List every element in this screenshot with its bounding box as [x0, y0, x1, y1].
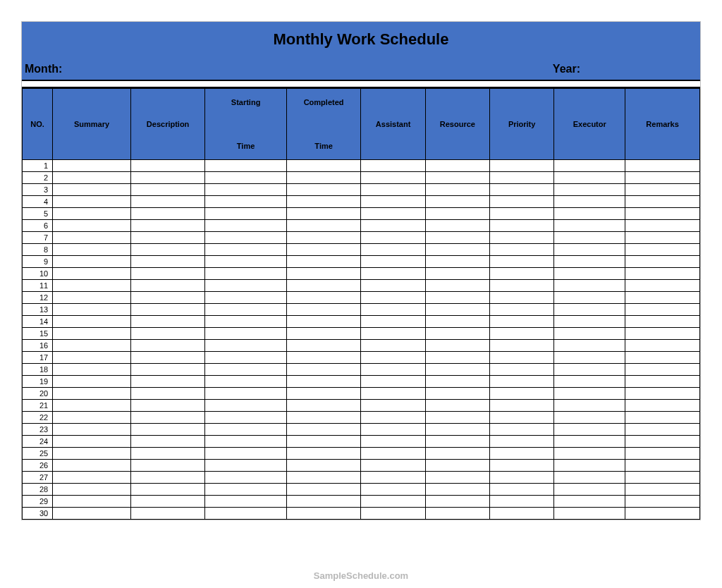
cell-assistant[interactable] [361, 208, 425, 220]
cell-assistant[interactable] [361, 508, 425, 520]
cell-executor[interactable] [554, 364, 625, 376]
cell-description[interactable] [130, 220, 205, 232]
cell-summary[interactable] [53, 256, 131, 268]
cell-resource[interactable] [425, 412, 489, 424]
cell-executor[interactable] [554, 472, 625, 484]
cell-completed_time[interactable] [286, 268, 361, 280]
cell-remarks[interactable] [625, 184, 700, 196]
cell-resource[interactable] [425, 292, 489, 304]
cell-description[interactable] [130, 364, 205, 376]
cell-priority[interactable] [490, 280, 554, 292]
cell-resource[interactable] [425, 304, 489, 316]
cell-completed_time[interactable] [286, 412, 361, 424]
cell-completed_time[interactable] [286, 448, 361, 460]
cell-summary[interactable] [53, 388, 131, 400]
cell-description[interactable] [130, 436, 205, 448]
cell-no[interactable]: 28 [23, 484, 53, 496]
cell-resource[interactable] [425, 328, 489, 340]
cell-remarks[interactable] [625, 508, 700, 520]
cell-priority[interactable] [490, 316, 554, 328]
cell-assistant[interactable] [361, 268, 425, 280]
cell-resource[interactable] [425, 232, 489, 244]
cell-resource[interactable] [425, 220, 489, 232]
cell-assistant[interactable] [361, 364, 425, 376]
cell-summary[interactable] [53, 160, 131, 172]
cell-completed_time[interactable] [286, 256, 361, 268]
cell-description[interactable] [130, 328, 205, 340]
cell-executor[interactable] [554, 268, 625, 280]
cell-completed_time[interactable] [286, 436, 361, 448]
cell-starting_time[interactable] [205, 340, 286, 352]
cell-summary[interactable] [53, 172, 131, 184]
cell-completed_time[interactable] [286, 232, 361, 244]
cell-no[interactable]: 4 [23, 196, 53, 208]
cell-description[interactable] [130, 448, 205, 460]
cell-no[interactable]: 18 [23, 364, 53, 376]
cell-executor[interactable] [554, 280, 625, 292]
cell-remarks[interactable] [625, 352, 700, 364]
cell-summary[interactable] [53, 460, 131, 472]
cell-starting_time[interactable] [205, 268, 286, 280]
cell-remarks[interactable] [625, 280, 700, 292]
cell-resource[interactable] [425, 256, 489, 268]
cell-summary[interactable] [53, 244, 131, 256]
cell-assistant[interactable] [361, 340, 425, 352]
cell-no[interactable]: 2 [23, 172, 53, 184]
cell-no[interactable]: 24 [23, 436, 53, 448]
cell-resource[interactable] [425, 436, 489, 448]
cell-priority[interactable] [490, 388, 554, 400]
cell-assistant[interactable] [361, 352, 425, 364]
cell-summary[interactable] [53, 304, 131, 316]
cell-summary[interactable] [53, 268, 131, 280]
cell-completed_time[interactable] [286, 172, 361, 184]
cell-completed_time[interactable] [286, 352, 361, 364]
cell-completed_time[interactable] [286, 364, 361, 376]
cell-description[interactable] [130, 292, 205, 304]
cell-assistant[interactable] [361, 328, 425, 340]
cell-starting_time[interactable] [205, 400, 286, 412]
cell-executor[interactable] [554, 376, 625, 388]
cell-assistant[interactable] [361, 496, 425, 508]
cell-priority[interactable] [490, 448, 554, 460]
cell-no[interactable]: 5 [23, 208, 53, 220]
cell-assistant[interactable] [361, 412, 425, 424]
cell-no[interactable]: 7 [23, 232, 53, 244]
cell-assistant[interactable] [361, 388, 425, 400]
cell-summary[interactable] [53, 448, 131, 460]
cell-priority[interactable] [490, 376, 554, 388]
cell-priority[interactable] [490, 436, 554, 448]
cell-no[interactable]: 27 [23, 472, 53, 484]
cell-resource[interactable] [425, 376, 489, 388]
cell-starting_time[interactable] [205, 172, 286, 184]
cell-no[interactable]: 26 [23, 460, 53, 472]
cell-remarks[interactable] [625, 496, 700, 508]
cell-assistant[interactable] [361, 376, 425, 388]
cell-remarks[interactable] [625, 172, 700, 184]
cell-starting_time[interactable] [205, 364, 286, 376]
cell-no[interactable]: 8 [23, 244, 53, 256]
cell-completed_time[interactable] [286, 220, 361, 232]
cell-completed_time[interactable] [286, 292, 361, 304]
cell-assistant[interactable] [361, 448, 425, 460]
cell-remarks[interactable] [625, 208, 700, 220]
cell-assistant[interactable] [361, 256, 425, 268]
cell-priority[interactable] [490, 352, 554, 364]
cell-remarks[interactable] [625, 400, 700, 412]
cell-resource[interactable] [425, 160, 489, 172]
cell-resource[interactable] [425, 496, 489, 508]
cell-summary[interactable] [53, 184, 131, 196]
cell-resource[interactable] [425, 424, 489, 436]
cell-summary[interactable] [53, 412, 131, 424]
cell-priority[interactable] [490, 172, 554, 184]
cell-no[interactable]: 13 [23, 304, 53, 316]
cell-executor[interactable] [554, 184, 625, 196]
cell-starting_time[interactable] [205, 508, 286, 520]
cell-starting_time[interactable] [205, 208, 286, 220]
cell-starting_time[interactable] [205, 460, 286, 472]
cell-priority[interactable] [490, 496, 554, 508]
cell-resource[interactable] [425, 196, 489, 208]
cell-description[interactable] [130, 184, 205, 196]
cell-assistant[interactable] [361, 220, 425, 232]
cell-remarks[interactable] [625, 412, 700, 424]
cell-summary[interactable] [53, 280, 131, 292]
